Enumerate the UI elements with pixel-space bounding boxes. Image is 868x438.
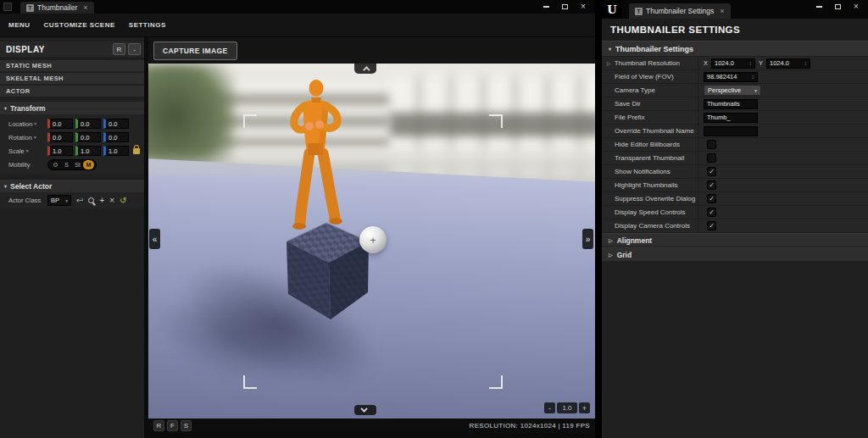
location-y-input[interactable]: 0.0 <box>75 119 101 129</box>
scale-row: Scale ▾ 1.0 1.0 1.0 <box>0 144 144 158</box>
pan-right-button[interactable]: » <box>582 229 593 249</box>
snapshot-button[interactable]: S <box>181 420 192 431</box>
reset-view-button[interactable]: R <box>153 420 164 431</box>
scale-y-input[interactable]: 1.0 <box>75 146 101 156</box>
menubar: MENU CUSTOMIZE SCENE SETTINGS <box>0 14 595 37</box>
minimize-icon[interactable] <box>810 1 828 12</box>
reset-button[interactable]: R <box>113 43 125 55</box>
scale-x-input[interactable]: 1.0 <box>47 146 73 156</box>
undo-icon[interactable]: ↩ <box>76 197 83 205</box>
mobility-static-icon[interactable] <box>50 160 61 169</box>
maximize-icon[interactable] <box>828 1 847 12</box>
rotation-label[interactable]: Rotation ▾ <box>8 134 47 141</box>
property-label: Override Thumbnail Name <box>602 125 698 137</box>
value-drag-icon[interactable]: ↕ <box>752 74 755 80</box>
property-row-override-name: Override Thumbnail Name <box>602 125 868 138</box>
search-icon[interactable] <box>88 197 94 203</box>
resolution-x-input[interactable]: 1024.0 ↕ <box>711 58 755 69</box>
unreal-logo: U <box>602 0 622 19</box>
alignment-section-header[interactable]: ▷ Alignment <box>602 233 868 247</box>
thumbnailer-settings-window: U T Thumbnailer Settings × × THUMBNAILER… <box>602 0 868 438</box>
menu-item-customize-scene[interactable]: CUSTOMIZE SCENE <box>44 21 115 29</box>
save-dir-input[interactable]: Thumbnails <box>704 99 758 109</box>
rotation-z-input[interactable]: 0.0 <box>103 132 129 142</box>
frame-bracket-top-left <box>243 114 257 128</box>
tab-title: Thumbnailer <box>37 3 77 12</box>
tab-thumbnailer[interactable]: T Thumbnailer × <box>20 2 94 14</box>
highlight-thumbnails-checkbox[interactable] <box>707 180 716 190</box>
collapse-button[interactable]: - <box>128 43 141 55</box>
actor-class-dropdown[interactable]: BP ▾ <box>47 195 71 206</box>
category-actor[interactable]: ACTOR <box>0 86 144 97</box>
property-label: Display Camera Controls <box>602 219 698 232</box>
focus-button[interactable]: F <box>167 420 178 431</box>
property-value <box>698 165 868 178</box>
zoom-out-button[interactable]: - <box>544 402 555 413</box>
hide-editor-billboards-checkbox[interactable] <box>707 140 716 149</box>
transform-section-header[interactable]: ▾ Transform <box>0 102 144 114</box>
value-drag-icon[interactable]: ↕ <box>804 60 808 66</box>
rotation-x-input[interactable]: 0.0 <box>47 132 73 142</box>
close-icon[interactable]: × <box>847 1 865 12</box>
property-value: 98.982414 ↕ <box>698 70 868 83</box>
menu-item-menu[interactable]: MENU <box>8 21 31 29</box>
actor-class-label: Actor Class <box>8 197 42 204</box>
add-mesh-icon[interactable]: + <box>370 235 376 246</box>
property-value <box>698 125 868 137</box>
settings-section-header[interactable]: ▾ Thumbnailer Settings <box>602 41 868 57</box>
sphere-mesh[interactable]: + <box>359 226 387 253</box>
property-row-camera-type: Camera Type Perspective ▾ <box>602 84 868 97</box>
add-icon[interactable]: + <box>99 197 104 205</box>
location-label[interactable]: Location ▾ <box>8 120 47 128</box>
close-icon[interactable]: × <box>574 1 593 12</box>
maximize-icon[interactable] <box>555 1 574 12</box>
minimize-icon[interactable] <box>537 1 555 12</box>
location-z-input[interactable]: 0.0 <box>103 119 129 129</box>
zoom-in-button[interactable]: + <box>579 402 590 413</box>
resolution-y-input[interactable]: 1024.0 ↕ <box>766 58 810 69</box>
property-label: Save Dir <box>602 97 698 110</box>
override-thumbnail-name-input[interactable] <box>704 126 758 136</box>
select-actor-section-header[interactable]: ▾ Select Actor <box>0 180 144 192</box>
mannequin-figure[interactable] <box>267 77 369 238</box>
tab-close-icon[interactable]: × <box>83 4 87 12</box>
suppress-overwrite-dialog-checkbox[interactable] <box>707 194 716 203</box>
capture-image-button[interactable]: CAPTURE IMAGE <box>153 42 237 60</box>
value-drag-icon[interactable]: ↕ <box>749 60 753 66</box>
mobility-option-m[interactable]: M <box>83 160 94 169</box>
viewport-3d-scene[interactable]: + « » - 1.0 + <box>148 64 595 419</box>
location-x-input[interactable]: 0.0 <box>47 119 73 129</box>
property-label: Show Notifications <box>602 165 698 178</box>
mobility-option-st[interactable]: St <box>72 160 83 169</box>
right-window-controls: × <box>810 1 865 12</box>
grid-section-header[interactable]: ▷ Grid <box>602 247 868 262</box>
file-prefix-input[interactable]: Thumb_ <box>704 113 758 123</box>
display-camera-controls-checkbox[interactable] <box>707 221 716 230</box>
property-row-display-camera-controls: Display Camera Controls <box>602 219 868 233</box>
category-static-mesh[interactable]: STATIC MESH <box>0 60 144 71</box>
property-label[interactable]: ▷ Thumbnail Resolution <box>602 57 698 69</box>
rotation-y-input[interactable]: 0.0 <box>75 132 101 142</box>
property-value <box>698 152 868 164</box>
tab-thumbnailer-settings[interactable]: T Thumbnailer Settings × <box>629 3 731 19</box>
fov-input[interactable]: 98.982414 ↕ <box>704 72 758 82</box>
refresh-icon[interactable]: ↺ <box>120 197 126 205</box>
mobility-option-s[interactable]: S <box>61 160 72 169</box>
lock-scale-icon[interactable] <box>133 148 140 154</box>
display-speed-controls-checkbox[interactable] <box>707 208 716 217</box>
actor-class-row: Actor Class BP ▾ ↩ + × ↺ <box>0 192 144 208</box>
pan-left-button[interactable]: « <box>149 229 160 249</box>
category-skeletal-mesh[interactable]: SKELETAL MESH <box>0 73 144 84</box>
camera-type-dropdown[interactable]: Perspective ▾ <box>704 85 761 96</box>
viewport-toolbar: CAPTURE IMAGE <box>148 37 595 64</box>
show-notifications-checkbox[interactable] <box>707 167 716 176</box>
tab-close-icon[interactable]: × <box>720 8 724 15</box>
chevron-down-icon: ▾ <box>65 198 68 203</box>
remove-icon[interactable]: × <box>109 197 114 205</box>
scale-label[interactable]: Scale ▾ <box>8 147 47 155</box>
pan-down-button[interactable] <box>354 405 376 415</box>
menu-item-settings[interactable]: SETTINGS <box>129 21 166 29</box>
transparent-thumbnail-checkbox[interactable] <box>707 153 716 163</box>
pan-up-button[interactable] <box>354 64 376 74</box>
scale-z-input[interactable]: 1.0 <box>103 146 129 156</box>
